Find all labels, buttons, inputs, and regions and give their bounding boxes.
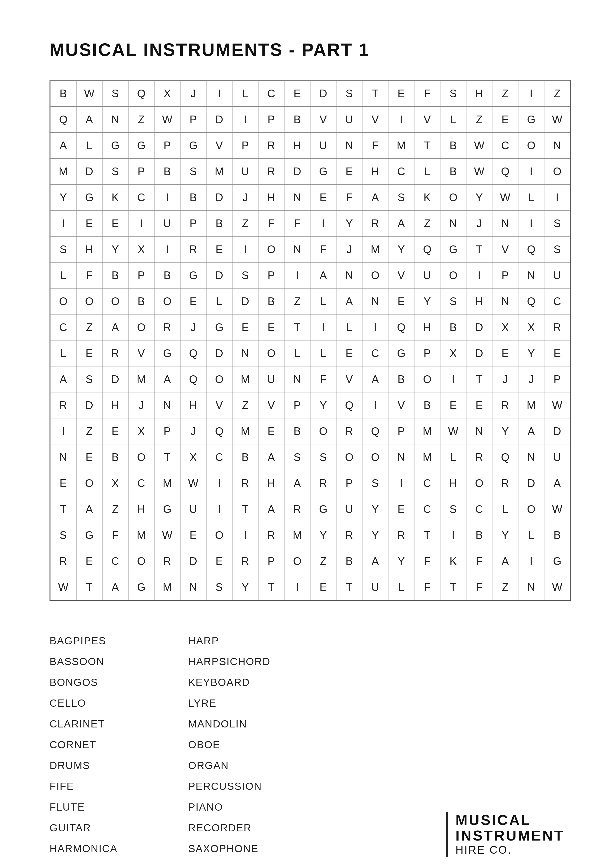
- grid-cell-14-0: N: [50, 444, 76, 470]
- page-title: MUSICAL INSTRUMENTS - PART 1: [50, 40, 564, 60]
- grid-cell-9-15: B: [440, 314, 466, 340]
- grid-cell-13-12: Q: [362, 418, 388, 444]
- grid-cell-4-18: L: [518, 184, 544, 210]
- grid-cell-11-10: F: [310, 366, 336, 392]
- word-item-col2-9: RECORDER: [188, 817, 327, 838]
- grid-cell-12-9: P: [284, 392, 310, 418]
- grid-cell-16-5: U: [180, 496, 206, 522]
- grid-cell-13-0: I: [50, 418, 76, 444]
- grid-cell-17-14: T: [414, 522, 440, 548]
- grid-cell-3-2: S: [102, 158, 128, 184]
- grid-cell-8-18: Q: [518, 288, 544, 314]
- grid-cell-14-8: A: [258, 444, 284, 470]
- grid-cell-6-14: Q: [414, 236, 440, 262]
- grid-cell-0-13: E: [388, 81, 414, 106]
- grid-cell-18-1: E: [76, 548, 102, 574]
- word-item-col1-7: FIFE: [50, 776, 188, 797]
- grid-cell-8-9: Z: [284, 288, 310, 314]
- word-item-col1-0: BAGPIPES: [50, 631, 188, 651]
- grid-cell-4-15: O: [440, 184, 466, 210]
- grid-cell-7-0: L: [50, 262, 76, 288]
- grid-cell-9-3: O: [128, 314, 154, 340]
- grid-cell-12-5: H: [180, 392, 206, 418]
- grid-row-15: EOXCMWIRHARPSICHORDA: [50, 470, 570, 496]
- grid-cell-2-2: G: [102, 132, 128, 158]
- grid-cell-4-4: I: [154, 184, 180, 210]
- grid-cell-18-17: A: [492, 548, 518, 574]
- grid-cell-5-15: N: [440, 210, 466, 236]
- grid-cell-16-12: Y: [362, 496, 388, 522]
- grid-cell-10-3: V: [128, 340, 154, 366]
- grid-cell-16-19: W: [544, 496, 570, 522]
- grid-cell-11-16: T: [466, 366, 492, 392]
- grid-cell-12-12: I: [362, 392, 388, 418]
- grid-cell-18-19: G: [544, 548, 570, 574]
- grid-cell-0-3: Q: [128, 81, 154, 106]
- grid-cell-6-3: X: [128, 236, 154, 262]
- grid-cell-13-10: O: [310, 418, 336, 444]
- grid-row-7: LFBPBGDSPIANOVUOIPNU: [50, 262, 570, 288]
- grid-cell-14-11: O: [336, 444, 362, 470]
- grid-row-3: MDSPBSMURDGEHCLBWQIO: [50, 158, 570, 184]
- grid-cell-12-4: N: [154, 392, 180, 418]
- grid-cell-4-5: B: [180, 184, 206, 210]
- grid-cell-5-8: F: [258, 210, 284, 236]
- grid-cell-11-11: V: [336, 366, 362, 392]
- grid-cell-8-13: E: [388, 288, 414, 314]
- grid-cell-15-11: P: [336, 470, 362, 496]
- grid-cell-7-14: U: [414, 262, 440, 288]
- grid-cell-1-2: N: [102, 106, 128, 132]
- grid-row-1: QANZWPDIPBVUVIVLZEGW: [50, 106, 570, 132]
- grid-cell-4-12: A: [362, 184, 388, 210]
- grid-cell-9-17: X: [492, 314, 518, 340]
- grid-cell-4-6: D: [206, 184, 232, 210]
- grid-cell-14-5: X: [180, 444, 206, 470]
- grid-row-13: IZEXPJQMEBORQPMWNYAD: [50, 418, 570, 444]
- grid-cell-7-3: P: [128, 262, 154, 288]
- grid-cell-2-11: N: [336, 132, 362, 158]
- grid-cell-6-6: E: [206, 236, 232, 262]
- grid-cell-19-4: M: [154, 574, 180, 600]
- grid-cell-9-9: T: [284, 314, 310, 340]
- grid-cell-19-12: U: [362, 574, 388, 600]
- grid-cell-7-10: A: [310, 262, 336, 288]
- grid-cell-5-14: Z: [414, 210, 440, 236]
- grid-cell-15-17: R: [492, 470, 518, 496]
- grid-cell-8-12: N: [362, 288, 388, 314]
- grid-cell-4-13: S: [388, 184, 414, 210]
- grid-cell-14-2: B: [102, 444, 128, 470]
- grid-cell-10-18: Y: [518, 340, 544, 366]
- word-item-col1-6: DRUMS: [50, 755, 188, 776]
- grid-cell-16-8: A: [258, 496, 284, 522]
- grid-cell-13-18: A: [518, 418, 544, 444]
- grid-cell-16-13: E: [388, 496, 414, 522]
- grid-cell-15-18: D: [518, 470, 544, 496]
- grid-cell-12-0: R: [50, 392, 76, 418]
- grid-cell-17-16: B: [466, 522, 492, 548]
- grid-cell-15-1: O: [76, 470, 102, 496]
- grid-cell-1-17: E: [492, 106, 518, 132]
- grid-cell-5-12: R: [362, 210, 388, 236]
- grid-cell-17-9: M: [284, 522, 310, 548]
- grid-cell-7-1: F: [76, 262, 102, 288]
- grid-cell-4-19: I: [544, 184, 570, 210]
- grid-cell-15-7: R: [232, 470, 258, 496]
- grid-cell-2-9: H: [284, 132, 310, 158]
- word-item-col2-0: HARP: [188, 631, 327, 651]
- grid-cell-17-1: G: [76, 522, 102, 548]
- grid-cell-8-3: B: [128, 288, 154, 314]
- grid-cell-17-10: Y: [310, 522, 336, 548]
- grid-cell-3-0: M: [50, 158, 76, 184]
- grid-cell-6-8: O: [258, 236, 284, 262]
- grid-cell-6-18: Q: [518, 236, 544, 262]
- grid-cell-11-18: J: [518, 366, 544, 392]
- grid-cell-11-14: O: [414, 366, 440, 392]
- grid-cell-18-10: Z: [310, 548, 336, 574]
- grid-cell-10-12: C: [362, 340, 388, 366]
- grid-cell-6-7: I: [232, 236, 258, 262]
- word-item-col2-4: MANDOLIN: [188, 714, 327, 735]
- grid-cell-10-8: O: [258, 340, 284, 366]
- grid-cell-12-3: J: [128, 392, 154, 418]
- grid-cell-2-7: P: [232, 132, 258, 158]
- grid-cell-6-2: Y: [102, 236, 128, 262]
